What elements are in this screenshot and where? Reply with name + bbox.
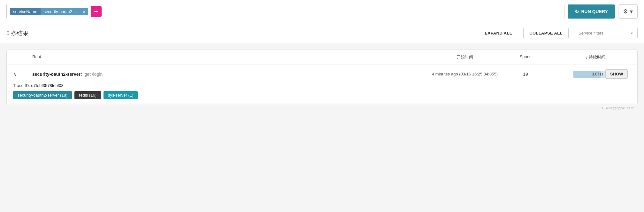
expand-all-button[interactable]: EXPAND ALL bbox=[479, 28, 518, 38]
gear-icon: ⚙ bbox=[623, 8, 628, 15]
settings-button[interactable]: ⚙ ▾ bbox=[618, 4, 638, 19]
main-content: Root 开始时间 Spans ↓ 持续时间 ∧ security-oauth2… bbox=[0, 43, 644, 118]
settings-chevron-icon: ▾ bbox=[630, 8, 633, 15]
show-button[interactable]: SHOW bbox=[605, 69, 628, 79]
collapse-toggle-button[interactable]: ∧ bbox=[13, 72, 32, 77]
row-operation: get /login bbox=[85, 72, 103, 77]
service-tag-oauth2[interactable]: security-oauth2-server (18) bbox=[13, 91, 72, 99]
trace-id-label: Trace ID: bbox=[13, 83, 30, 88]
header-col-duration: ↓ 持续时间 bbox=[541, 54, 605, 60]
collapse-all-button[interactable]: COLLAPSE ALL bbox=[523, 28, 569, 38]
duration-value: 3.071s bbox=[592, 72, 603, 76]
filter-tag-value: security-oauth2-... bbox=[41, 8, 80, 15]
header-col-toggle bbox=[13, 54, 32, 60]
row-time-exact: (03/16 16:25:34:855) bbox=[459, 72, 498, 76]
service-tag-sys[interactable]: sys-server (1) bbox=[103, 91, 138, 99]
header-col-spans: Spans bbox=[510, 54, 541, 60]
header-col-action bbox=[605, 54, 631, 60]
filter-tag: serviceName security-oauth2-... × bbox=[10, 8, 88, 15]
row-time-ago: 4 minutes ago bbox=[432, 72, 458, 76]
trace-id-value: d7febf3578febf08 bbox=[31, 83, 64, 88]
service-tag-redis[interactable]: redis (16) bbox=[74, 91, 101, 99]
results-table: Root 开始时间 Spans ↓ 持续时间 ∧ security-oauth2… bbox=[6, 50, 638, 104]
row-spans: 19 bbox=[510, 72, 541, 77]
refresh-icon: ↻ bbox=[575, 9, 579, 15]
row-detail: Trace ID: d7febf3578febf08 security-oaut… bbox=[13, 83, 631, 99]
filter-area: serviceName security-oauth2-... × + bbox=[6, 4, 564, 19]
service-tags: security-oauth2-server (18) redis (16) s… bbox=[13, 91, 631, 99]
filter-tag-close-button[interactable]: × bbox=[80, 8, 88, 15]
row-service-info: security-oauth2-server: get /login bbox=[32, 72, 420, 77]
row-main: ∧ security-oauth2-server: get /login 4 m… bbox=[13, 69, 631, 79]
add-filter-button[interactable]: + bbox=[91, 6, 102, 17]
service-filters-dropdown[interactable]: Service filters ▾ bbox=[574, 28, 638, 38]
service-filters-placeholder: Service filters bbox=[579, 31, 628, 35]
table-row: ∧ security-oauth2-server: get /login 4 m… bbox=[7, 65, 637, 104]
results-count: 5 条结果 bbox=[6, 29, 474, 37]
duration-label: 持续时间 bbox=[589, 54, 605, 60]
row-service-name: security-oauth2-server: bbox=[32, 72, 82, 77]
results-bar: 5 条结果 EXPAND ALL COLLAPSE ALL Service fi… bbox=[0, 23, 644, 43]
header-col-start-time: 开始时间 bbox=[420, 54, 510, 60]
top-bar: serviceName security-oauth2-... × + ↻ RU… bbox=[0, 0, 644, 23]
trace-id-row: Trace ID: d7febf3578febf08 bbox=[13, 83, 631, 88]
table-header: Root 开始时间 Spans ↓ 持续时间 bbox=[7, 50, 637, 65]
watermark: CSDN @apple_csdn bbox=[6, 104, 638, 112]
chevron-down-icon: ▾ bbox=[631, 31, 633, 35]
header-col-root: Root bbox=[32, 54, 420, 60]
duration-bar-cell: 3.071s bbox=[541, 71, 605, 78]
row-time: 4 minutes ago (03/16 16:25:34:855) bbox=[420, 72, 510, 76]
run-query-label: RUN QUERY bbox=[581, 9, 608, 14]
run-query-button[interactable]: ↻ RUN QUERY bbox=[568, 4, 615, 19]
row-show-cell: SHOW bbox=[605, 69, 631, 79]
duration-bar: 3.071s bbox=[573, 71, 605, 78]
sort-arrow-icon: ↓ bbox=[586, 55, 588, 60]
filter-tag-key: serviceName bbox=[10, 8, 41, 15]
